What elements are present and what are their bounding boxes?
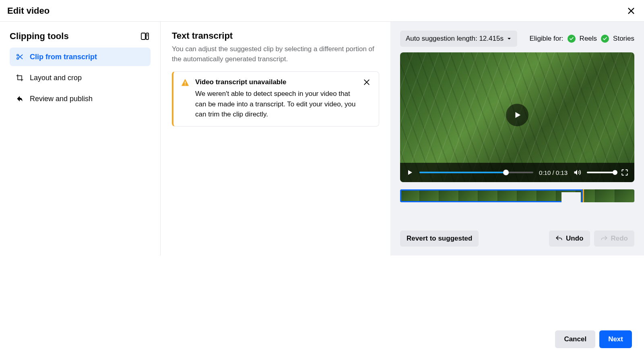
- main-content: Clipping tools Clip from transcript Layo…: [0, 22, 644, 255]
- share-icon: [15, 94, 24, 103]
- fullscreen-button[interactable]: [621, 168, 629, 176]
- volume-thumb[interactable]: [613, 170, 617, 175]
- selection-handle-left[interactable]: [402, 192, 421, 202]
- alert-body: Video transcript unavailable We weren't …: [195, 78, 357, 120]
- svg-rect-6: [185, 82, 186, 84]
- transcript-subtitle: You can adjust the suggested clip by sel…: [172, 44, 379, 64]
- volume-icon: [573, 168, 581, 176]
- undo-button[interactable]: Undo: [549, 230, 590, 247]
- cancel-button[interactable]: Cancel: [555, 330, 595, 348]
- video-controls: 0:10 / 0:13: [400, 163, 634, 182]
- time-current: 0:10: [539, 169, 551, 176]
- eligible-label: Eligible for:: [530, 35, 564, 43]
- next-button[interactable]: Next: [599, 330, 632, 348]
- fullscreen-icon: [621, 169, 628, 176]
- sidebar-item-label: Review and publish: [30, 95, 93, 103]
- revert-button[interactable]: Revert to suggested: [400, 230, 479, 247]
- play-icon: [513, 110, 522, 119]
- undo-redo-group: Undo Redo: [549, 230, 634, 247]
- warning-icon: [181, 78, 190, 87]
- close-button[interactable]: [625, 5, 637, 17]
- play-button[interactable]: [506, 104, 528, 126]
- transcript-title: Text transcript: [172, 31, 379, 41]
- timeline[interactable]: [400, 189, 634, 202]
- check-icon: [601, 35, 609, 43]
- sidebar-header: Clipping tools: [10, 31, 151, 42]
- alert-text: We weren't able to detect speech in your…: [195, 89, 357, 120]
- redo-button[interactable]: Redo: [594, 230, 635, 247]
- eligible-stories: Stories: [613, 35, 634, 43]
- panel-icon: [140, 31, 150, 41]
- play-small-button[interactable]: [406, 168, 414, 176]
- sidebar-item-layout-and-crop[interactable]: Layout and crop: [10, 68, 151, 87]
- close-icon: [627, 6, 636, 15]
- redo-icon: [601, 235, 608, 242]
- preview-header: Auto suggestion length: 12.415s Eligible…: [400, 31, 634, 47]
- eligible-for: Eligible for: Reels Stories: [530, 35, 635, 43]
- check-icon: [568, 35, 576, 43]
- eligible-reels: Reels: [580, 35, 597, 43]
- suggestion-length-label: Auto suggestion length: 12.415s: [406, 35, 504, 43]
- sidebar-nav: Clip from transcript Layout and crop Rev…: [10, 48, 151, 108]
- scissors-icon: [15, 52, 24, 61]
- chevron-down-icon: [507, 36, 512, 41]
- progress-thumb[interactable]: [503, 170, 509, 175]
- sidebar-item-clip-from-transcript[interactable]: Clip from transcript: [10, 48, 151, 66]
- svg-rect-0: [141, 33, 145, 39]
- svg-rect-7: [185, 85, 186, 85]
- transcript-panel: Text transcript You can adjust the sugge…: [161, 22, 390, 255]
- progress-fill: [419, 172, 506, 173]
- svg-rect-1: [146, 33, 149, 39]
- progress-bar[interactable]: [419, 172, 533, 173]
- suggestion-length-dropdown[interactable]: Auto suggestion length: 12.415s: [400, 31, 517, 47]
- page-title: Edit video: [7, 6, 50, 16]
- alert-box: Video transcript unavailable We weren't …: [172, 71, 379, 127]
- undo-icon: [555, 235, 563, 242]
- crop-icon: [15, 73, 24, 82]
- volume-slider[interactable]: [587, 172, 615, 173]
- sidebar-item-review-and-publish[interactable]: Review and publish: [10, 89, 151, 108]
- selection-handle-right[interactable]: [561, 192, 581, 202]
- panel-toggle-button[interactable]: [139, 31, 151, 42]
- volume-button[interactable]: [573, 168, 581, 176]
- preview-panel: Auto suggestion length: 12.415s Eligible…: [390, 22, 644, 255]
- alert-title: Video transcript unavailable: [195, 78, 357, 86]
- play-icon: [407, 169, 413, 176]
- preview-actions: Revert to suggested Undo Redo: [400, 222, 634, 247]
- playhead[interactable]: [583, 189, 584, 202]
- sidebar: Clipping tools Clip from transcript Layo…: [0, 22, 160, 255]
- sidebar-item-label: Layout and crop: [30, 74, 82, 82]
- sidebar-item-label: Clip from transcript: [30, 53, 97, 61]
- topbar: Edit video: [0, 0, 644, 22]
- selection-range[interactable]: [400, 189, 583, 202]
- video-preview: 0:10 / 0:13: [400, 52, 634, 182]
- alert-close-button[interactable]: [363, 78, 372, 88]
- time-display: 0:10 / 0:13: [539, 169, 568, 176]
- footer-actions: Cancel Next: [555, 330, 632, 348]
- sidebar-title: Clipping tools: [10, 31, 69, 42]
- time-total: 0:13: [556, 169, 568, 176]
- close-icon: [363, 78, 371, 86]
